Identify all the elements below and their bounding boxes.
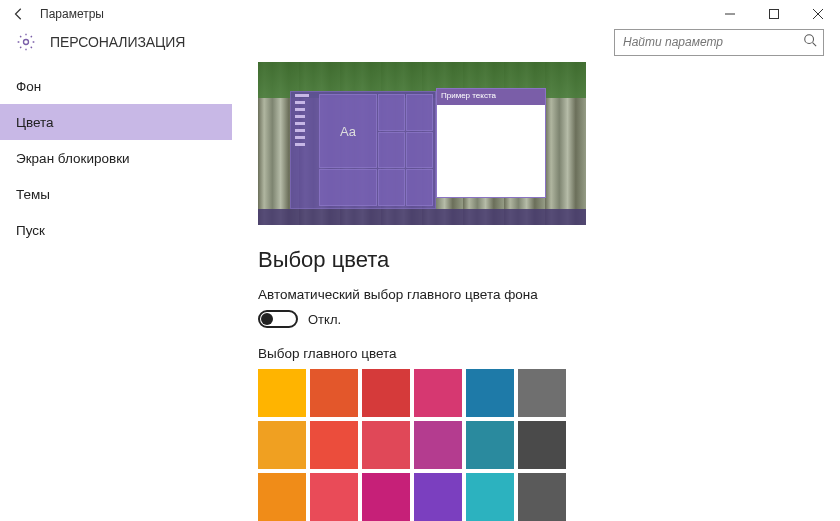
- accent-swatch[interactable]: [466, 473, 514, 521]
- accent-swatch[interactable]: [310, 369, 358, 417]
- back-button[interactable]: [10, 5, 28, 23]
- sidebar-item-themes[interactable]: Темы: [0, 176, 232, 212]
- sidebar-item-background[interactable]: Фон: [0, 68, 232, 104]
- preview-taskbar: [258, 209, 586, 225]
- accent-swatch[interactable]: [258, 421, 306, 469]
- accent-swatch[interactable]: [466, 369, 514, 417]
- section-title: Выбор цвета: [258, 247, 820, 273]
- preview-window-title: Пример текста: [437, 89, 545, 105]
- accent-swatch[interactable]: [518, 421, 566, 469]
- sidebar-item-start[interactable]: Пуск: [0, 212, 232, 248]
- accent-swatch[interactable]: [310, 473, 358, 521]
- search-icon: [803, 33, 817, 51]
- accent-swatch[interactable]: [518, 473, 566, 521]
- accent-swatch[interactable]: [518, 369, 566, 417]
- sidebar-item-label: Экран блокировки: [16, 151, 130, 166]
- accent-swatch[interactable]: [414, 473, 462, 521]
- svg-line-4: [813, 43, 817, 47]
- preview-tile-aa: Aa: [319, 94, 377, 168]
- search-input[interactable]: [623, 35, 803, 49]
- search-box[interactable]: [614, 29, 824, 56]
- titlebar: Параметры: [0, 0, 840, 28]
- accent-swatch[interactable]: [362, 421, 410, 469]
- window-title: Параметры: [40, 7, 104, 21]
- sidebar-item-colors[interactable]: Цвета: [0, 104, 232, 140]
- accent-swatch[interactable]: [310, 421, 358, 469]
- sidebar-item-label: Цвета: [16, 115, 54, 130]
- svg-rect-1: [770, 10, 779, 19]
- auto-color-label: Автоматический выбор главного цвета фона: [258, 287, 820, 302]
- color-preview: Aa Пример текста: [258, 62, 586, 225]
- accent-swatch[interactable]: [466, 421, 514, 469]
- preview-window: Пример текста: [436, 88, 546, 198]
- page-header: ПЕРСОНАЛИЗАЦИЯ: [0, 28, 840, 62]
- accent-swatch[interactable]: [362, 369, 410, 417]
- sidebar-item-label: Темы: [16, 187, 50, 202]
- accent-swatch-grid: [258, 369, 602, 521]
- auto-color-toggle[interactable]: [258, 310, 298, 328]
- sidebar-item-lockscreen[interactable]: Экран блокировки: [0, 140, 232, 176]
- close-button[interactable]: [796, 0, 840, 28]
- gear-icon: [16, 32, 36, 52]
- sidebar-item-label: Фон: [16, 79, 41, 94]
- sidebar: Фон Цвета Экран блокировки Темы Пуск: [0, 62, 232, 521]
- svg-point-2: [24, 40, 29, 45]
- sidebar-item-label: Пуск: [16, 223, 45, 238]
- accent-swatch[interactable]: [414, 421, 462, 469]
- content: Aa Пример текста Выбор цвета Автоматичес…: [232, 62, 840, 521]
- accent-swatch[interactable]: [258, 369, 306, 417]
- accent-swatch[interactable]: [258, 473, 306, 521]
- minimize-button[interactable]: [708, 0, 752, 28]
- accent-swatch[interactable]: [414, 369, 462, 417]
- preview-startmenu: Aa: [290, 91, 436, 209]
- maximize-button[interactable]: [752, 0, 796, 28]
- page-title: ПЕРСОНАЛИЗАЦИЯ: [50, 34, 185, 50]
- accent-swatch[interactable]: [362, 473, 410, 521]
- svg-point-3: [805, 35, 814, 44]
- pick-accent-label: Выбор главного цвета: [258, 346, 820, 361]
- toggle-state-label: Откл.: [308, 312, 341, 327]
